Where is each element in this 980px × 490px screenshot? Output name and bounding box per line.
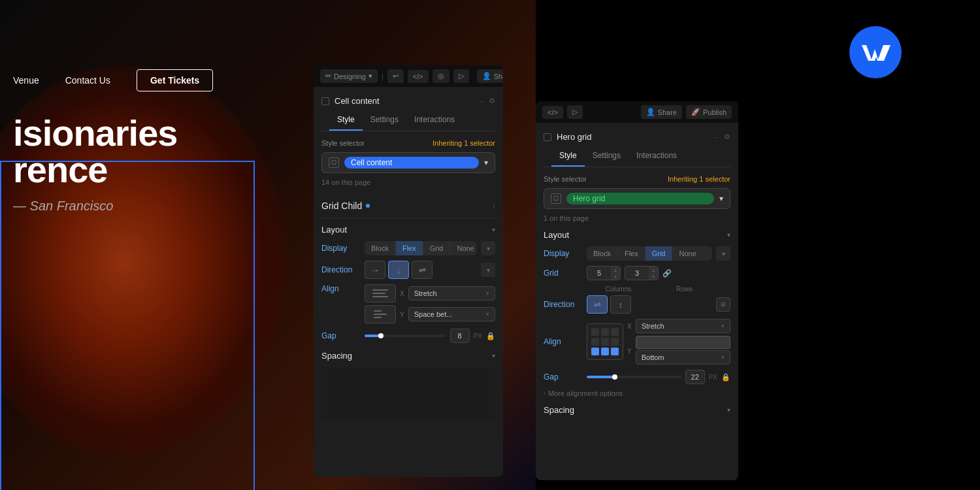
align-dot-bl[interactable] [591, 348, 599, 355]
align-icon-box[interactable] [365, 284, 396, 302]
align-row: Align X Stretch ▾ [321, 284, 495, 323]
spacing-section-heading[interactable]: Spacing ▾ [321, 351, 495, 361]
grid-cols-spinners: ▲ ▼ [611, 267, 620, 280]
grid-cols-input[interactable] [587, 267, 611, 280]
more-align-chevron: › [544, 390, 546, 397]
gap-value[interactable]: 8 [450, 329, 470, 343]
right-display-more-btn[interactable]: ▾ [716, 246, 730, 261]
gap-row: Gap 8 PX 🔒 [321, 329, 495, 343]
tab-settings[interactable]: Settings [363, 110, 406, 131]
right-tab-settings[interactable]: Settings [585, 146, 629, 167]
spacing-chevron: ▾ [492, 352, 495, 359]
hero-headline: isionaries rence [13, 115, 242, 188]
right-display-flex[interactable]: Flex [618, 246, 645, 261]
panel-left-tabs: Style Settings Interactions [321, 110, 495, 131]
code-btn[interactable]: </> [408, 70, 429, 83]
align-dot-br[interactable] [611, 348, 619, 355]
grid-rows-up[interactable]: ▲ [649, 267, 658, 273]
selector-dropdown[interactable]: ☐ Cell content ▾ [321, 152, 495, 173]
right-align-y-chevron: ▾ [721, 354, 725, 361]
grid-child-chevron[interactable]: › [493, 202, 495, 210]
right-gap-slider[interactable] [587, 376, 681, 378]
right-align-y-row: Y Bottom ▾ [627, 336, 730, 365]
undo-btn[interactable]: ↩ [387, 69, 404, 83]
align-y-dropdown[interactable]: Space bet... ▾ [408, 307, 495, 321]
align-dot-grid[interactable] [587, 323, 623, 360]
right-direction-label: Direction [544, 300, 583, 309]
right-layout-heading[interactable]: Layout ▾ [544, 230, 730, 240]
gap-slider[interactable] [365, 335, 446, 337]
right-gap-slider-thumb [612, 374, 617, 380]
right-settings-icon[interactable]: ⚙ [724, 133, 730, 141]
nav-item-contact: Contact Us [65, 75, 110, 86]
align-dot-tr[interactable] [611, 328, 619, 336]
panel-right-tabs: Style Settings Interactions [544, 146, 730, 167]
hero-subtitle: — San Francisco [13, 199, 242, 214]
align-dot-mm[interactable] [601, 338, 609, 346]
panel-checkbox[interactable] [321, 97, 329, 105]
play-btn[interactable]: ▷ [453, 69, 469, 83]
right-spacing-heading[interactable]: Spacing ▾ [544, 405, 730, 415]
settings-icon[interactable]: ⚙ [489, 97, 495, 105]
right-code-btn[interactable]: </> [542, 106, 563, 119]
align-dot-tm[interactable] [601, 328, 609, 336]
right-align-y-dropdown[interactable]: Bottom ▾ [636, 350, 730, 365]
panel-right-checkbox[interactable] [544, 133, 551, 141]
tab-interactions[interactable]: Interactions [406, 110, 463, 131]
tab-style[interactable]: Style [329, 110, 363, 131]
share-btn[interactable]: 👤 Share [477, 69, 503, 83]
spacing-section: Spacing ▾ [321, 351, 495, 419]
align-line-2 [372, 293, 385, 294]
dir-down-btn[interactable]: ↓ [388, 261, 409, 279]
display-none[interactable]: None [450, 241, 477, 255]
align-dot-tl[interactable] [591, 328, 599, 336]
right-gap-lock-icon[interactable]: 🔒 [721, 373, 730, 382]
right-dir-extra-btn[interactable]: ⊞ [716, 297, 730, 312]
right-display-none[interactable]: None [672, 246, 702, 261]
right-more-icon[interactable]: ··· [713, 133, 719, 141]
right-direction-btns: ⇌ ↕ [587, 295, 712, 314]
more-icon[interactable]: ··· [478, 97, 483, 105]
display-more-btn[interactable]: ▾ [481, 241, 495, 255]
right-display-grid[interactable]: Grid [645, 246, 673, 261]
grid-cols-up[interactable]: ▲ [611, 267, 620, 273]
gap-label: Gap [321, 331, 361, 340]
right-tab-interactions[interactable]: Interactions [629, 146, 685, 167]
align-dot-mr[interactable] [611, 338, 619, 346]
right-play-btn[interactable]: ▷ [567, 105, 583, 119]
right-share-btn[interactable]: 👤 Share [641, 105, 682, 119]
dir-right-btn[interactable]: → [365, 261, 385, 279]
grid-rows-input[interactable] [625, 267, 649, 280]
grid-child-row[interactable]: Grid Child › [321, 194, 495, 218]
more-alignment-row[interactable]: › More alignment options [544, 389, 730, 397]
inheriting-label: Inheriting 1 selector [433, 139, 495, 147]
grid-rows-down[interactable]: ▼ [649, 273, 658, 280]
align-x-dropdown[interactable]: Stretch ▾ [408, 286, 495, 301]
right-dir-vert-btn[interactable]: ↕ [610, 295, 631, 314]
link-icon[interactable]: 🔗 [662, 269, 672, 278]
display-block[interactable]: Block [365, 241, 396, 255]
right-tab-style[interactable]: Style [551, 146, 585, 167]
display-flex[interactable]: Flex [396, 241, 423, 255]
right-gap-value[interactable]: 22 [685, 370, 705, 384]
webflow-logo[interactable] [849, 26, 902, 78]
layout-chevron: ▾ [492, 226, 495, 233]
right-selector-dropdown[interactable]: ☐ Hero grid ▾ [544, 188, 730, 209]
display-options: Block Flex Grid None [365, 241, 477, 255]
gap-lock-icon[interactable]: 🔒 [486, 332, 495, 340]
align-dot-bm[interactable] [601, 348, 609, 355]
designing-btn[interactable]: ✏ Designing ▾ [320, 69, 378, 83]
dir-wrap-btn[interactable]: ⇌ [412, 261, 433, 279]
panel-left-toolbar: ✏ Designing ▾ | ↩ </> ◎ ▷ 👤 Share 🚀 Publ… [314, 65, 503, 87]
display-grid[interactable]: Grid [423, 241, 451, 255]
align-dot-ml[interactable] [591, 338, 599, 346]
right-align-x-dropdown[interactable]: Stretch ▾ [636, 319, 730, 333]
right-display-block[interactable]: Block [587, 246, 618, 261]
direction-more-btn[interactable]: ▾ [481, 263, 495, 277]
right-publish-btn[interactable]: 🚀 Publish [686, 105, 732, 119]
right-dir-wrap-btn[interactable]: ⇌ [587, 295, 608, 314]
align-icon-box-y[interactable] [365, 305, 396, 323]
layout-section-heading[interactable]: Layout ▾ [321, 225, 495, 235]
grid-cols-down[interactable]: ▼ [611, 273, 620, 280]
preview-btn[interactable]: ◎ [433, 69, 449, 83]
